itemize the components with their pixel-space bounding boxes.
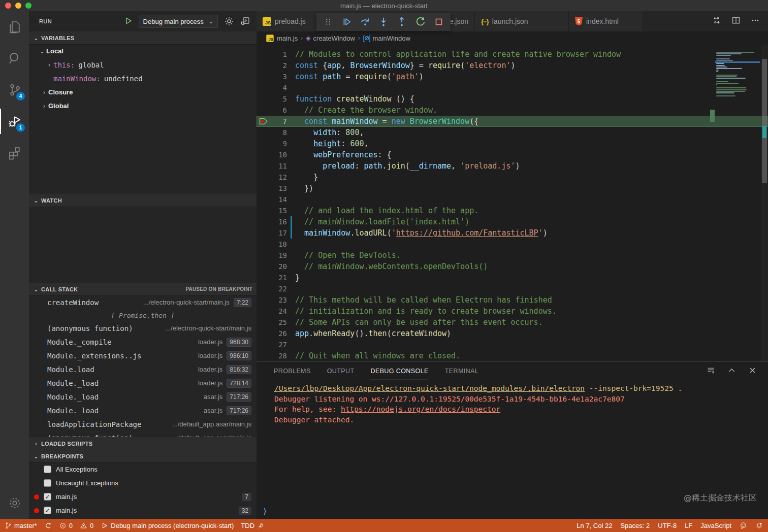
status-spaces-2[interactable]: Spaces: 2 — [620, 522, 650, 529]
current-statement-breakpoint-icon[interactable] — [257, 116, 271, 127]
loaded-scripts-section-header[interactable]: › LOADED SCRIPTS — [29, 437, 257, 450]
more-actions-icon[interactable] — [751, 16, 760, 27]
status-bell[interactable] — [755, 522, 763, 529]
breakpoint-row[interactable]: All Exceptions — [29, 462, 257, 476]
activity-explorer-icon[interactable] — [0, 11, 29, 43]
stop-icon[interactable] — [431, 16, 446, 27]
launch-config-dropdown[interactable]: Debug main process ⌄ — [139, 15, 218, 28]
restart-icon[interactable] — [413, 16, 428, 27]
status-lf[interactable]: LF — [685, 522, 692, 529]
status-ln-7-col-22[interactable]: Ln 7, Col 22 — [577, 522, 612, 529]
code-line-23[interactable]: 23// This method will be called when Ele… — [257, 294, 768, 306]
code-line-15[interactable]: 15 // and load the index.html of the app… — [257, 205, 768, 216]
call-stack-frame[interactable]: Module._compileloader.js968:30 — [29, 335, 257, 349]
continue-icon[interactable] — [339, 16, 354, 27]
code-line-9[interactable]: 9 height: 600, — [257, 138, 768, 149]
breakpoint-row[interactable]: Uncaught Exceptions — [29, 476, 257, 490]
status-master[interactable]: master* — [4, 522, 37, 529]
code-line-2[interactable]: 2const {app, BrowserWindow} = require('e… — [257, 60, 768, 71]
status-sync[interactable] — [44, 522, 52, 529]
code-line-24[interactable]: 24// initialization and is ready to crea… — [257, 306, 768, 317]
editor-scrollbar[interactable] — [761, 45, 768, 361]
code-line-12[interactable]: 12 } — [257, 172, 768, 183]
watch-section-header[interactable]: ⌄ WATCH — [29, 194, 257, 207]
activity-manage-icon[interactable] — [0, 487, 29, 519]
variable-row[interactable]: mainWindow:undefined — [29, 72, 257, 85]
code-line-22[interactable]: 22 — [257, 283, 768, 294]
variable-row[interactable]: ›this:global — [29, 58, 257, 72]
breakpoint-checkbox[interactable]: ✓ — [44, 507, 51, 514]
breadcrumb-item-createwindow[interactable]: ◈createWindow — [306, 35, 355, 42]
code-line-28[interactable]: 28// Quit when all windows are closed. — [257, 350, 768, 361]
activity-run-and-debug-icon[interactable]: 1 — [0, 106, 29, 137]
clear-console-icon[interactable] — [707, 366, 715, 377]
code-line-14[interactable]: 14 — [257, 194, 768, 205]
tab-preload-js[interactable]: JSpreload.js — [257, 11, 321, 31]
breakpoint-row[interactable]: ✓main.js7 — [29, 490, 257, 504]
code-line-17[interactable]: 17 mainWindow.loadURL('https://github.co… — [257, 227, 768, 239]
call-stack-frame[interactable]: createWindow.../electron-quick-start/mai… — [29, 295, 257, 309]
breakpoint-checkbox[interactable] — [44, 479, 51, 487]
breakpoint-checkbox[interactable]: ✓ — [44, 493, 51, 501]
activity-extensions-icon[interactable] — [0, 137, 29, 169]
code-editor[interactable]: 1// Modules to control application life … — [257, 45, 768, 361]
step-over-icon[interactable] — [358, 16, 373, 27]
status-javascript[interactable]: JavaScript — [700, 522, 731, 529]
code-line-26[interactable]: 26app.whenReady().then(createWindow) — [257, 328, 768, 339]
close-panel-icon[interactable] — [748, 366, 757, 377]
activity-search-icon[interactable] — [0, 43, 29, 74]
variable-row[interactable]: ›Closure — [29, 85, 257, 99]
call-stack-frame[interactable]: Module._loadasar.js717:26 — [29, 390, 257, 404]
variable-row[interactable]: ›Global — [29, 99, 257, 113]
status-feedback[interactable] — [740, 522, 747, 529]
status-utf-8[interactable]: UTF-8 — [658, 522, 677, 529]
start-debug-icon[interactable] — [124, 17, 133, 26]
minimap[interactable] — [715, 45, 760, 361]
code-line-21[interactable]: 21} — [257, 272, 768, 283]
maximize-panel-icon[interactable] — [727, 366, 736, 377]
breadcrumb-item-main.js[interactable]: JSmain.js — [266, 34, 298, 43]
call-stack-frame[interactable]: Module._loadasar.js717:26 — [29, 404, 257, 417]
code-line-25[interactable]: 25// Some APIs can only be used after th… — [257, 317, 768, 328]
breakpoints-section-header[interactable]: ⌄ BREAKPOINTS — [29, 450, 257, 462]
panel-tab-debug-console[interactable]: DEBUG CONSOLE — [370, 362, 428, 380]
call-stack-frame[interactable]: Module._loadloader.js728:14 — [29, 376, 257, 390]
code-line-6[interactable]: 6 // Create the browser window. — [257, 105, 768, 116]
step-out-icon[interactable] — [394, 16, 409, 27]
code-line-8[interactable]: 8 width: 800, — [257, 127, 768, 138]
code-line-27[interactable]: 27 — [257, 339, 768, 350]
code-line-16[interactable]: 16 // mainWindow.loadFile('index.html') — [257, 216, 768, 227]
call-stack-frame[interactable]: (anonymous function)/default_app.asar/ma… — [29, 431, 257, 437]
call-stack-frame[interactable]: (anonymous function).../electron-quick-s… — [29, 321, 257, 335]
panel-tab-terminal[interactable]: TERMINAL — [445, 362, 478, 380]
call-stack-frame[interactable]: loadApplicationPackage.../default_app.as… — [29, 417, 257, 431]
open-changes-icon[interactable] — [712, 16, 721, 27]
code-line-4[interactable]: 4 — [257, 82, 768, 93]
panel-tab-problems[interactable]: PROBLEMS — [274, 362, 311, 380]
status-tdd[interactable]: TDD — [241, 522, 265, 529]
debug-console-icon[interactable] — [240, 16, 250, 26]
step-into-icon[interactable] — [376, 16, 391, 27]
variables-section-header[interactable]: ⌄ VARIABLES — [29, 31, 257, 44]
code-line-3[interactable]: 3const path = require('path') — [257, 71, 768, 82]
code-line-19[interactable]: 19 // Open the DevTools. — [257, 250, 768, 261]
status-0[interactable]: 0 — [80, 522, 93, 529]
status-0[interactable]: 0 — [59, 522, 73, 529]
code-line-7[interactable]: 7 const mainWindow = new BrowserWindow({ — [257, 116, 768, 127]
activity-source-control-icon[interactable]: 4 — [0, 74, 29, 106]
console-input-chevron[interactable]: ⟩ — [263, 507, 267, 516]
call-stack-section-header[interactable]: ⌄ CALL STACK PAUSED ON BREAKPOINT — [29, 283, 257, 295]
breadcrumb-item-mainwindow[interactable]: [⊘]mainWindow — [363, 35, 410, 42]
call-stack-frame[interactable]: Module._extensions..jsloader.js986:10 — [29, 349, 257, 362]
variable-row[interactable]: ⌄Local — [29, 44, 257, 58]
code-line-13[interactable]: 13 }) — [257, 183, 768, 194]
code-line-5[interactable]: 5function createWindow () { — [257, 93, 768, 105]
split-editor-icon[interactable] — [731, 16, 741, 27]
code-line-20[interactable]: 20 // mainWindow.webContents.openDevTool… — [257, 261, 768, 272]
settings-gear-icon[interactable] — [224, 16, 234, 26]
code-line-10[interactable]: 10 webPreferences: { — [257, 149, 768, 160]
status-debug-main-process-electron-quick-start[interactable]: Debug main process (electron-quick-start… — [101, 522, 234, 529]
breakpoint-row[interactable]: ✓main.js32 — [29, 504, 257, 517]
breakpoint-checkbox[interactable] — [44, 466, 51, 473]
tab-index-html[interactable]: 5index.html — [569, 11, 643, 31]
